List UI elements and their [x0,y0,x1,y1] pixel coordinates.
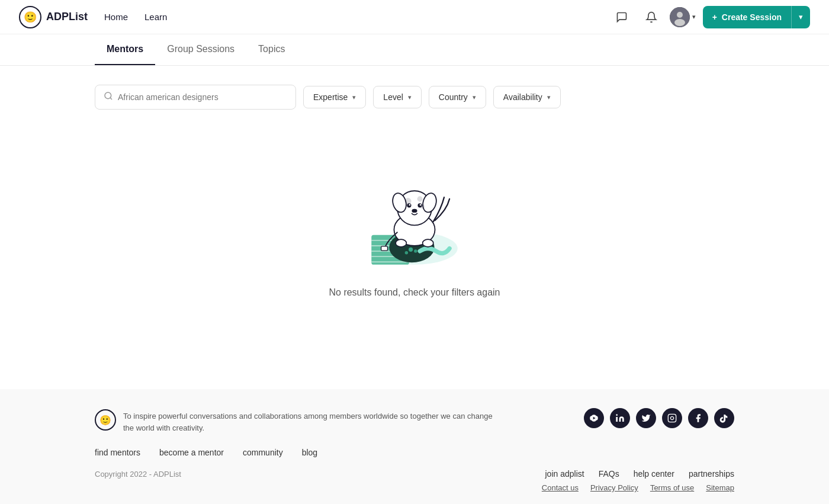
search-icon [104,91,113,103]
svg-point-28 [412,209,417,213]
footer-bottom-right: join adplist FAQs help center partnershi… [545,469,735,479]
empty-illustration [355,157,474,275]
nav-learn[interactable]: Learn [144,12,167,22]
twitter-icon[interactable] [636,408,656,428]
svg-rect-31 [381,246,388,251]
tiktok-icon[interactable] [714,408,734,428]
tabs-container: Mentors Group Sessions Topics [0,34,829,66]
availability-chevron-icon: ▾ [547,94,551,101]
svg-point-16 [414,249,417,252]
messages-button[interactable] [610,6,633,28]
avatar [670,7,690,27]
tab-topics[interactable]: Topics [246,34,297,65]
notifications-button[interactable] [640,6,663,28]
footer-privacy-policy[interactable]: Privacy Policy [590,483,638,492]
svg-point-13 [409,248,413,252]
footer-sitemap[interactable]: Sitemap [706,483,734,492]
main-content: Mentors Group Sessions Topics Expertise … [0,34,829,389]
svg-point-22 [417,196,423,201]
navbar-right: ▾ + Create Session ▾ [610,6,810,28]
create-session-main-button[interactable]: + Create Session [703,8,791,27]
footer-legal-links: Contact us Privacy Policy Terms of use S… [95,483,734,492]
logo-text: ADPList [46,11,88,23]
svg-point-26 [409,204,410,206]
footer-bottom: Copyright 2022 - ADPList join adplist FA… [95,469,734,479]
search-box [95,85,296,110]
instagram-icon[interactable] [662,408,682,428]
footer-contact-us[interactable]: Contact us [542,483,579,492]
svg-rect-32 [616,417,618,422]
social-icons [584,408,734,428]
svg-point-29 [396,239,406,247]
search-input[interactable] [118,92,287,102]
level-chevron-icon: ▾ [408,94,412,101]
svg-point-1 [677,12,683,18]
footer-link-help[interactable]: help center [634,469,674,479]
svg-point-15 [405,251,408,254]
navbar: 🙂 ADPList Home Learn ▾ [0,0,829,34]
filters-row: Expertise ▾ Level ▾ Country ▾ Availabili… [0,85,829,110]
tab-mentors[interactable]: Mentors [95,34,155,65]
svg-point-2 [674,19,685,26]
availability-filter[interactable]: Availability ▾ [493,86,561,108]
logo-icon: 🙂 [19,6,41,28]
footer-link-community[interactable]: community [243,448,283,457]
tab-group-sessions[interactable]: Group Sessions [155,34,246,65]
user-menu-chevron: ▾ [692,13,696,21]
message-icon [616,11,628,23]
empty-state: No results found, check your filters aga… [0,133,829,333]
svg-point-27 [420,204,422,206]
footer-primary-links: find mentors become a mentor community b… [95,448,734,457]
copyright: Copyright 2022 - ADPList [95,470,181,479]
footer-link-join[interactable]: join adplist [545,469,584,479]
youtube-icon[interactable] [584,408,604,428]
footer-top: 🙂 To inspire powerful conversations and … [95,408,734,434]
logo[interactable]: 🙂 ADPList [19,6,88,28]
create-session-button[interactable]: + Create Session ▾ [703,6,810,28]
footer-link-blog[interactable]: blog [302,448,317,457]
footer-link-faqs[interactable]: FAQs [599,469,619,479]
bell-icon [645,11,657,23]
svg-point-21 [405,198,412,204]
tabs: Mentors Group Sessions Topics [95,34,734,65]
navbar-left: 🙂 ADPList Home Learn [19,6,167,28]
footer-tagline: To inspire powerful conversations and co… [123,408,497,434]
footer-link-partnerships[interactable]: partnerships [689,469,734,479]
footer-terms-of-use[interactable]: Terms of use [650,483,694,492]
svg-point-3 [105,92,111,99]
nav-home[interactable]: Home [104,12,128,22]
country-chevron-icon: ▾ [473,94,476,101]
footer-link-become-mentor[interactable]: become a mentor [159,448,224,457]
footer-secondary-links: join adplist FAQs help center partnershi… [545,469,735,479]
svg-point-33 [616,414,618,416]
expertise-chevron-icon: ▾ [352,94,356,101]
empty-message: No results found, check your filters aga… [329,287,500,298]
expertise-filter[interactable]: Expertise ▾ [303,86,366,108]
svg-rect-34 [668,414,676,422]
svg-point-30 [423,239,433,247]
footer-brand: 🙂 To inspire powerful conversations and … [95,408,497,434]
user-menu-button[interactable]: ▾ [670,7,696,27]
level-filter[interactable]: Level ▾ [373,86,421,108]
linkedin-icon[interactable] [610,408,630,428]
footer-link-find-mentors[interactable]: find mentors [95,448,140,457]
country-filter[interactable]: Country ▾ [429,86,486,108]
footer: 🙂 To inspire powerful conversations and … [0,389,829,504]
facebook-icon[interactable] [688,408,708,428]
create-session-dropdown-button[interactable]: ▾ [792,6,810,28]
footer-logo-icon: 🙂 [95,409,116,431]
